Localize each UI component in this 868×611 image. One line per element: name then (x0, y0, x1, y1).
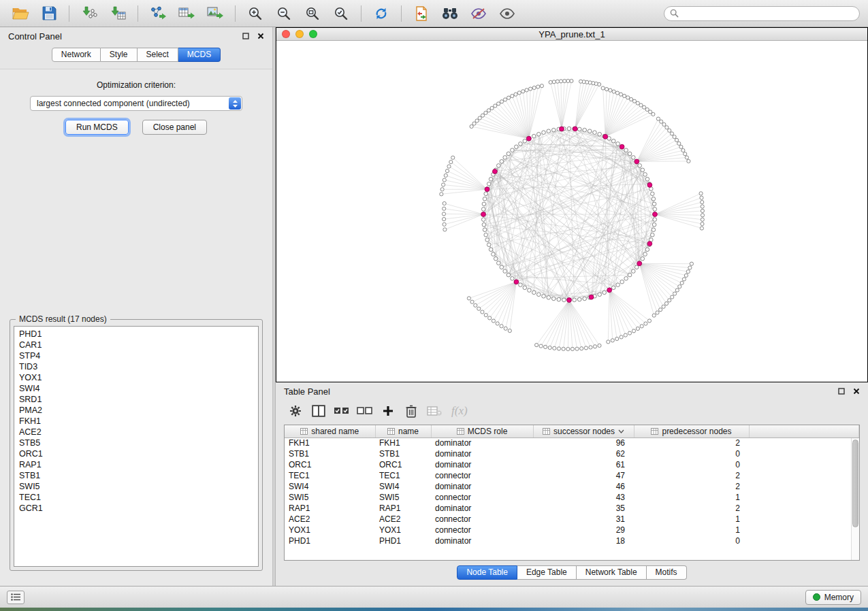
table-row[interactable]: ORC1ORC1dominator610 (285, 459, 859, 470)
mcds-result-item[interactable]: SWI4 (14, 383, 258, 394)
import-table-button[interactable] (106, 3, 130, 24)
panel-menu-button[interactable] (7, 591, 25, 604)
show-columns-button[interactable] (308, 403, 329, 419)
close-mcds-panel-button[interactable]: Close panel (142, 120, 207, 135)
select-all-button[interactable] (332, 403, 352, 419)
window-close-button[interactable] (282, 30, 290, 38)
delete-column-button[interactable] (401, 403, 421, 419)
tab-style[interactable]: Style (101, 48, 138, 62)
delete-table-button[interactable] (424, 403, 445, 419)
table-cell: PHD1 (375, 535, 431, 546)
table-row[interactable]: SWI4SWI4dominator462 (285, 481, 859, 492)
zoom-selected-button[interactable] (329, 3, 353, 24)
close-panel-button[interactable] (257, 33, 264, 39)
column-header-filler (749, 425, 859, 437)
tab-edge-table[interactable]: Edge Table (517, 565, 577, 580)
mcds-result-item[interactable]: PHD1 (14, 329, 258, 340)
tab-mcds[interactable]: MCDS (178, 48, 221, 62)
table-cell-filler (749, 492, 859, 503)
document-share-icon (415, 6, 428, 21)
table-row[interactable]: RAP1RAP1dominator352 (285, 503, 859, 514)
add-column-button[interactable] (378, 403, 398, 419)
refresh-icon (374, 6, 389, 21)
mcds-result-item[interactable]: CAR1 (14, 340, 258, 350)
control-panel-header: Control Panel (0, 27, 272, 45)
mcds-result-item[interactable]: YOX1 (14, 372, 258, 383)
tab-node-table[interactable]: Node Table (457, 565, 517, 580)
float-table-panel-button[interactable] (838, 388, 845, 395)
mcds-result-item[interactable]: SRD1 (14, 394, 258, 405)
column-header-predecessor-nodes[interactable]: predecessor nodes (634, 425, 749, 437)
tab-network[interactable]: Network (52, 48, 101, 62)
mcds-result-item[interactable]: STP4 (14, 350, 258, 361)
import-network-button[interactable] (77, 3, 101, 24)
column-header-name[interactable]: name (375, 425, 431, 437)
table-cell: dominator (431, 535, 533, 546)
find-button[interactable] (438, 3, 462, 24)
open-network-button[interactable] (8, 3, 33, 24)
show-all-button[interactable] (495, 3, 519, 24)
memory-button[interactable]: Memory (805, 590, 861, 605)
export-image-icon (207, 6, 224, 20)
mcds-result-item[interactable]: TEC1 (14, 492, 258, 503)
deselect-all-button[interactable] (355, 403, 375, 419)
network-graph[interactable] (276, 41, 867, 382)
table-cell-filler (749, 525, 859, 535)
select-stepper-icon (229, 97, 241, 110)
scrollbar-thumb[interactable] (852, 440, 858, 527)
column-header-successor-nodes[interactable]: successor nodes (533, 425, 634, 437)
plus-icon (382, 405, 394, 417)
export-table-button[interactable] (174, 3, 199, 24)
table-cell-filler (749, 503, 859, 514)
close-table-panel-button[interactable] (853, 388, 860, 395)
mcds-result-item[interactable]: RAP1 (14, 459, 258, 470)
table-row[interactable]: ACE2ACE2connector311 (285, 514, 859, 525)
table-cell: ORC1 (285, 459, 375, 470)
mcds-result-list[interactable]: PHD1CAR1STP4TID3YOX1SWI4SRD1PMA2FKH1ACE2… (14, 326, 259, 567)
table-row[interactable]: STB1STB1dominator620 (285, 448, 859, 459)
mcds-result-item[interactable]: ORC1 (14, 448, 258, 459)
table-row[interactable]: FKH1FKH1dominator962 (285, 437, 859, 448)
mcds-result-item[interactable]: SWI5 (14, 481, 258, 492)
table-cell: 0 (634, 535, 749, 546)
window-zoom-button[interactable] (309, 30, 317, 38)
mcds-result-item[interactable]: ACE2 (14, 427, 258, 437)
search-input[interactable] (683, 9, 854, 18)
mcds-result-item[interactable]: TID3 (14, 361, 258, 372)
window-minimize-button[interactable] (295, 30, 304, 38)
tab-motifs[interactable]: Motifs (647, 565, 687, 580)
zoom-fit-button[interactable] (300, 3, 325, 24)
search-box[interactable] (664, 6, 860, 21)
run-mcds-button[interactable]: Run MCDS (65, 120, 129, 135)
gear-icon (289, 404, 302, 418)
zoom-fit-icon (305, 6, 320, 21)
function-builder-button[interactable]: f(x) (451, 404, 468, 418)
refresh-button[interactable] (369, 3, 393, 24)
table-row[interactable]: PHD1PHD1dominator180 (285, 535, 859, 546)
mcds-result-item[interactable]: STB5 (14, 437, 258, 448)
float-panel-button[interactable] (242, 33, 249, 39)
table-row[interactable]: TEC1TEC1connector472 (285, 470, 859, 481)
table-scrollbar[interactable] (851, 438, 859, 560)
export-network-button[interactable] (146, 3, 170, 24)
save-session-button[interactable] (37, 3, 61, 24)
criterion-select[interactable]: largest connected component (undirected) (30, 96, 242, 111)
tab-select[interactable]: Select (138, 48, 178, 62)
column-settings-button[interactable] (285, 403, 306, 419)
column-header-MCDS-role[interactable]: MCDS role (431, 425, 533, 437)
mcds-result-item[interactable]: FKH1 (14, 416, 258, 427)
eye-slash-icon (470, 7, 487, 20)
column-header-shared-name[interactable]: shared name (285, 425, 375, 437)
toolbar-separator (361, 5, 361, 22)
zoom-in-button[interactable] (243, 3, 268, 24)
mcds-result-item[interactable]: GCR1 (14, 503, 258, 514)
zoom-out-button[interactable] (272, 3, 296, 24)
tab-network-table[interactable]: Network Table (577, 565, 647, 580)
mcds-result-item[interactable]: STB1 (14, 470, 258, 481)
export-image-button[interactable] (203, 3, 227, 24)
hide-selection-button[interactable] (466, 3, 491, 24)
table-row[interactable]: YOX1YOX1connector291 (285, 525, 859, 535)
export-document-button[interactable] (409, 3, 434, 24)
table-row[interactable]: SWI5SWI5connector431 (285, 492, 859, 503)
mcds-result-item[interactable]: PMA2 (14, 405, 258, 416)
